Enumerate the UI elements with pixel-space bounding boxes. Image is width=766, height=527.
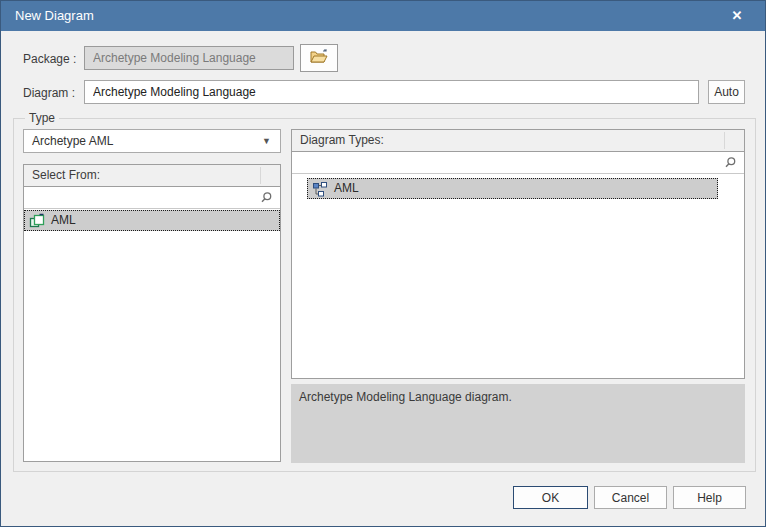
package-field	[84, 46, 294, 70]
type-dropdown[interactable]: Archetype AML ▼	[23, 129, 281, 153]
list-item-label: AML	[51, 211, 76, 230]
select-from-search-input[interactable]	[24, 187, 280, 208]
list-item[interactable]: AML	[24, 210, 280, 231]
search-icon	[723, 156, 737, 173]
chevron-down-icon: ▼	[262, 130, 271, 152]
diagram-types-header: Diagram Types:	[292, 130, 744, 152]
select-from-header-label: Select From:	[32, 168, 100, 182]
hierarchy-icon	[312, 181, 328, 197]
diagram-types-search-input[interactable]	[292, 152, 744, 173]
diagram-description: Archetype Modeling Language diagram.	[291, 384, 745, 463]
select-from-search-row	[24, 187, 280, 209]
search-icon	[259, 191, 273, 208]
auto-button[interactable]: Auto	[708, 80, 745, 104]
titlebar: New Diagram ✕	[1, 1, 765, 31]
diagram-types-panel: Diagram Types: AML	[291, 129, 745, 379]
new-diagram-dialog: New Diagram ✕ Package : Diagram : Auto T…	[0, 0, 766, 527]
select-from-panel: Select From: AML	[23, 164, 281, 462]
dialog-title: New Diagram	[15, 8, 94, 23]
select-from-header: Select From:	[24, 165, 280, 187]
header-column-divider	[260, 167, 261, 184]
help-button[interactable]: Help	[673, 486, 746, 509]
type-dropdown-value: Archetype AML	[32, 134, 113, 148]
diagram-label: Diagram :	[23, 86, 75, 100]
cancel-button[interactable]: Cancel	[594, 486, 667, 509]
type-group-label: Type	[25, 111, 59, 125]
diagram-types-header-label: Diagram Types:	[300, 133, 384, 147]
close-icon[interactable]: ✕	[723, 1, 751, 31]
list-item[interactable]: AML	[307, 178, 718, 199]
diagram-types-search-row	[292, 152, 744, 174]
folder-icon	[309, 48, 329, 68]
list-item-label: AML	[334, 179, 359, 198]
package-label: Package :	[23, 52, 76, 66]
header-column-divider	[724, 132, 725, 149]
diagram-green-icon	[29, 213, 45, 229]
ok-button[interactable]: OK	[513, 486, 588, 509]
diagram-name-field[interactable]	[84, 80, 699, 104]
browse-package-button[interactable]	[300, 44, 338, 72]
